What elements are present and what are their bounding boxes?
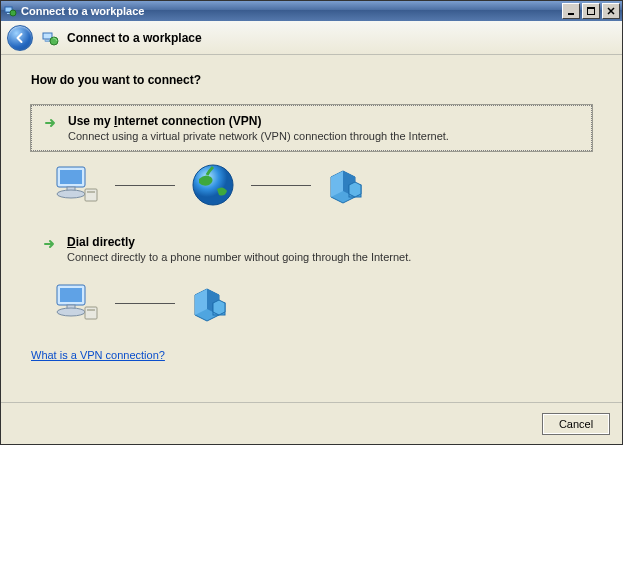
option-vpn-desc: Connect using a virtual private network … <box>68 130 449 142</box>
svg-rect-21 <box>85 307 97 319</box>
option-vpn-text: Use my Internet connection (VPN) Connect… <box>68 114 449 142</box>
svg-rect-7 <box>45 40 50 42</box>
svg-rect-14 <box>87 191 95 193</box>
maximize-button[interactable] <box>582 3 600 19</box>
nav-row: Connect to a workplace <box>1 21 622 55</box>
arrow-right-icon <box>43 237 57 251</box>
server-icon <box>189 281 233 325</box>
content-area: How do you want to connect? Use my Inter… <box>1 55 622 402</box>
svg-rect-3 <box>568 13 574 15</box>
computer-icon <box>49 163 101 207</box>
wizard-icon <box>41 29 59 47</box>
globe-icon <box>189 161 237 209</box>
option-dial-text: Dial directly Connect directly to a phon… <box>67 235 411 263</box>
arrow-right-icon <box>44 116 58 130</box>
back-button[interactable] <box>7 25 33 51</box>
svg-point-2 <box>10 10 16 16</box>
footer: Cancel <box>1 402 622 444</box>
option-dial[interactable]: Dial directly Connect directly to a phon… <box>31 227 592 271</box>
connector-line <box>115 185 175 186</box>
close-button[interactable] <box>602 3 620 19</box>
illustration-vpn <box>31 151 592 219</box>
minimize-button[interactable] <box>562 3 580 19</box>
connector-line <box>115 303 175 304</box>
title-text: Connect to a workplace <box>21 5 562 17</box>
wizard-window: Connect to a workplace Connect to a work… <box>0 0 623 445</box>
option-dial-title: Dial directly <box>67 235 411 249</box>
svg-rect-22 <box>87 309 95 311</box>
svg-rect-10 <box>60 170 82 184</box>
app-icon <box>3 4 17 18</box>
window-buttons <box>562 3 620 19</box>
connector-line <box>251 185 311 186</box>
server-icon <box>325 163 369 207</box>
help-link[interactable]: What is a VPN connection? <box>31 349 165 361</box>
illustration-dial <box>31 271 592 335</box>
titlebar: Connect to a workplace <box>1 1 622 21</box>
wizard-heading: Connect to a workplace <box>67 31 202 45</box>
svg-point-12 <box>57 190 85 198</box>
computer-icon <box>49 281 101 325</box>
option-vpn-title: Use my Internet connection (VPN) <box>68 114 449 128</box>
svg-rect-5 <box>587 7 595 9</box>
option-vpn[interactable]: Use my Internet connection (VPN) Connect… <box>31 105 592 151</box>
svg-rect-18 <box>60 288 82 302</box>
cancel-button[interactable]: Cancel <box>542 413 610 435</box>
svg-rect-13 <box>85 189 97 201</box>
question-text: How do you want to connect? <box>31 73 592 87</box>
svg-point-20 <box>57 308 85 316</box>
svg-point-15 <box>193 165 233 205</box>
option-dial-desc: Connect directly to a phone number witho… <box>67 251 411 263</box>
